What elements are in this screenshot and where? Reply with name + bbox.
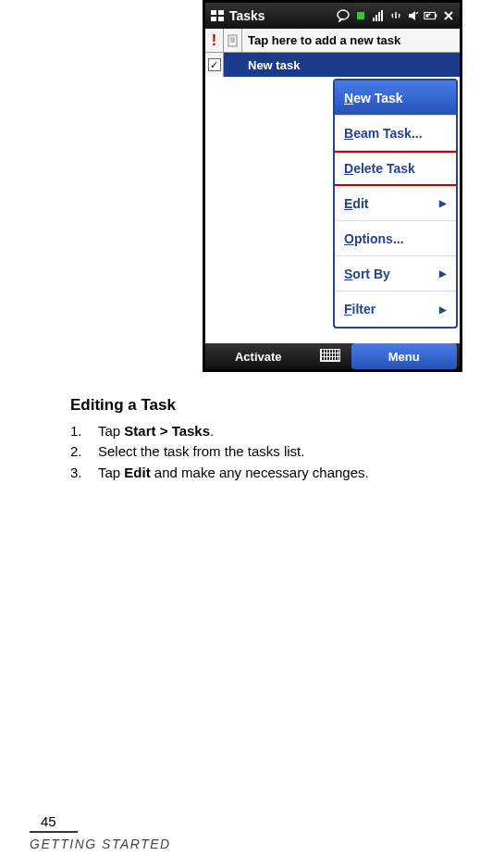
task-checkbox-cell[interactable]: ✓	[205, 53, 224, 77]
activate-softkey[interactable]: Activate	[205, 350, 312, 364]
titlebar: Tasks	[205, 3, 460, 29]
svg-rect-9	[381, 10, 383, 21]
body-content: Editing a Task 1.Tap Start > Tasks.2.Sel…	[70, 396, 452, 484]
signal-icon	[371, 8, 386, 23]
menu-item-options[interactable]: Options...	[335, 221, 456, 256]
svg-rect-12	[435, 14, 437, 18]
battery-icon	[424, 8, 438, 23]
wifi-icon	[388, 8, 403, 23]
svg-rect-3	[218, 17, 224, 21]
windows-icon	[209, 7, 226, 24]
task-checkbox[interactable]: ✓	[208, 58, 221, 71]
page-footer: 45 Getting Started	[30, 813, 171, 851]
task-row[interactable]: ✓ New task	[205, 53, 460, 77]
menu-item-new-task[interactable]: New Task	[335, 81, 456, 116]
add-task-row[interactable]: ! Tap here to add a new task	[205, 29, 460, 53]
footer-section-label: Getting Started	[30, 837, 171, 851]
add-task-placeholder[interactable]: Tap here to add a new task	[242, 33, 460, 47]
svg-rect-1	[218, 10, 224, 15]
mobile-screenshot: Tasks	[203, 0, 462, 372]
submenu-arrow-icon: ▶	[439, 198, 447, 208]
footer-rule	[30, 831, 78, 833]
svg-rect-8	[378, 12, 380, 21]
task-label: New task	[242, 58, 300, 72]
keyboard-button[interactable]	[312, 349, 349, 365]
step-1: 1.Tap Start > Tasks.	[70, 422, 452, 440]
speaker-icon	[406, 8, 421, 23]
steps-list: 1.Tap Start > Tasks.2.Select the task fr…	[70, 422, 452, 482]
svg-line-10	[416, 12, 418, 14]
status-icons	[336, 8, 456, 23]
menu-item-beam-task[interactable]: Beam Task...	[335, 116, 456, 151]
chat-icon	[336, 8, 351, 23]
svg-rect-11	[425, 12, 436, 19]
svg-rect-6	[373, 18, 375, 21]
context-menu: New TaskBeam Task...Delete TaskEdit▶Opti…	[333, 79, 458, 329]
svg-rect-2	[211, 17, 216, 21]
menu-item-edit[interactable]: Edit▶	[335, 186, 456, 221]
section-title: Editing a Task	[70, 396, 452, 415]
submenu-arrow-icon: ▶	[439, 268, 447, 279]
menu-softkey[interactable]: Menu	[351, 343, 458, 369]
svg-rect-16	[228, 35, 237, 46]
note-column-header	[224, 29, 242, 52]
step-3: 3.Tap Edit and make any necessary change…	[70, 464, 452, 482]
priority-column-header: !	[205, 29, 224, 52]
svg-rect-5	[357, 12, 364, 19]
menu-item-delete-task[interactable]: Delete Task	[335, 151, 456, 186]
svg-point-4	[338, 10, 349, 19]
bottom-bar: Activate Menu	[205, 343, 460, 369]
task-list-area: New TaskBeam Task...Delete TaskEdit▶Opti…	[205, 77, 460, 343]
menu-item-filter[interactable]: Filter▶	[335, 291, 456, 327]
keyboard-icon	[320, 349, 340, 362]
submenu-arrow-icon: ▶	[439, 304, 447, 315]
task-note-cell	[224, 53, 242, 77]
green-status-icon	[353, 8, 368, 23]
menu-item-sort-by[interactable]: Sort By▶	[335, 256, 456, 291]
svg-rect-0	[211, 10, 216, 15]
close-icon[interactable]	[441, 8, 456, 23]
app-title: Tasks	[229, 8, 265, 23]
page-number: 45	[41, 813, 171, 829]
svg-rect-7	[375, 15, 377, 21]
step-2: 2.Select the task from the tasks list.	[70, 442, 452, 461]
